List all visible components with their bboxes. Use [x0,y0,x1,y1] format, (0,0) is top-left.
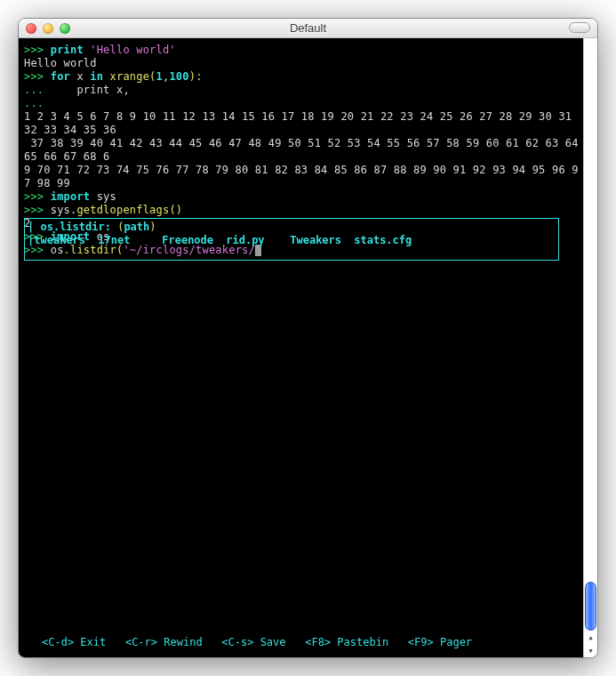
shortcut-label: Pastebin [331,636,408,648]
scroll-down-icon[interactable]: ▾ [584,644,597,657]
number-literal: 1 [156,70,163,83]
keyword-in: in [90,70,109,83]
prompt: >>> [24,190,51,203]
scrollbar[interactable]: ▴ ▾ [583,38,597,657]
hint-arg: path [124,221,149,233]
continuation-prompt: ... [24,97,44,109]
paren-open: ( [149,70,156,83]
completion-item[interactable]: tweakers [34,234,98,247]
pipe-icon: | [28,221,40,233]
completion-item[interactable]: stats.cfg [354,234,418,247]
shortcut-key: <C-s> [221,636,253,648]
close-icon[interactable] [26,23,36,34]
completion-item[interactable]: Tweakers [290,234,354,247]
output-numbers: 1 2 3 4 5 6 7 8 9 10 11 12 13 14 15 16 1… [24,110,579,136]
terminal-area: >>> print 'Hello world' Hello world >>> … [19,38,597,657]
shortcut-label: Pager [434,636,472,648]
terminal-content[interactable]: >>> print 'Hello world' Hello world >>> … [19,38,583,657]
window-title: Default [19,21,597,35]
paren-close-colon: ): [189,70,203,83]
prompt: >>> [24,204,51,216]
scrollbar-thumb[interactable] [585,582,596,631]
completion-item[interactable]: Freenode [162,234,226,247]
builtin-xrange: xrange [110,70,150,83]
string-literal: 'Hello world' [90,44,176,56]
shortcut-key: <F9> [408,636,434,648]
output-line: Hello world [24,57,97,69]
hint-sep: : [105,221,117,233]
traffic-lights [26,23,70,34]
attr-name: getdlopenflags [76,204,169,216]
scroll-up-icon[interactable]: ▴ [584,631,597,644]
shortcut-label: Save [253,636,305,648]
pipe-icon: | [28,234,34,246]
terminal-window: Default >>> print 'Hello world' Hello wo… [18,18,598,658]
prompt: >>> [24,44,51,56]
status-bar: <C-d> Exit <C-r> Rewind <C-s> Save <F8> … [42,636,472,648]
number-literal: 100 [169,70,188,83]
continuation-prompt: ... [24,84,76,96]
toolbar-toggle-icon[interactable] [569,22,590,33]
keyword-for: for [51,70,77,83]
module-name: sys [97,190,116,203]
completion-row: |tweakers17netFreenoderid.pyTweakersstat… [28,234,556,247]
parens: () [169,204,182,216]
completion-item[interactable]: 17net [98,234,162,247]
signature-line: | os.listdir: (path) [28,221,556,234]
output-numbers: 37 38 39 40 41 42 43 44 45 46 47 48 49 5… [24,137,585,163]
module-name: sys [51,204,70,216]
completion-box: | os.listdir: (path) |tweakers17netFreen… [24,218,559,261]
output-numbers: 9 70 71 72 73 74 75 76 77 78 79 80 81 82… [24,164,579,189]
keyword-import: import [51,190,97,203]
keyword-print: print [51,44,91,56]
zoom-icon[interactable] [60,23,70,34]
scrollbar-track[interactable] [584,38,597,631]
shortcut-key: <C-d> [42,636,74,648]
shortcut-key: <C-r> [125,636,157,648]
completion-item[interactable]: rid.py [226,234,290,247]
hint-fn: os.listdir [40,221,104,233]
shortcut-label: Rewind [157,636,221,648]
shortcut-label: Exit [74,636,125,648]
variable: x [76,70,90,83]
code-line: print x, [76,84,129,96]
shortcut-key: <F8> [305,636,331,648]
titlebar[interactable]: Default [19,19,597,38]
prompt: >>> [24,70,51,83]
minimize-icon[interactable] [43,23,53,34]
hint-paren-close: ) [149,221,156,233]
